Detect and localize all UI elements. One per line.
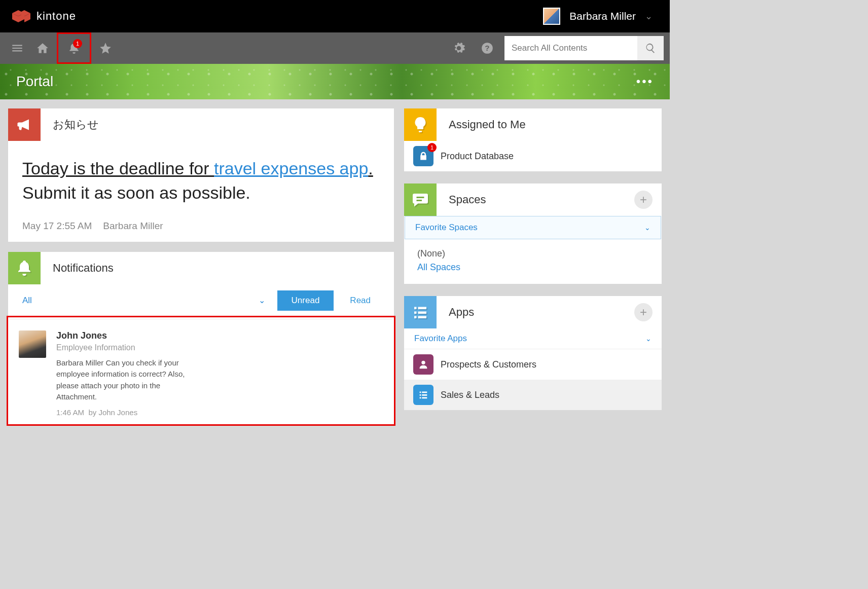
- assigned-item-product-database[interactable]: 1 Product Database: [404, 141, 662, 171]
- favorite-apps-dropdown[interactable]: Favorite Apps ⌄: [404, 328, 662, 349]
- brand[interactable]: kintone: [12, 9, 76, 23]
- announcement-headline: Today is the deadline for travel expense…: [22, 155, 380, 182]
- menu-button[interactable]: [6, 37, 28, 59]
- filter-read-tab[interactable]: Read: [339, 290, 382, 311]
- help-button[interactable]: ?: [476, 37, 498, 59]
- announcement-body: Today is the deadline for travel expense…: [8, 141, 394, 203]
- nav-left: 1: [6, 32, 117, 64]
- app-item-sales[interactable]: Sales & Leads: [404, 380, 662, 410]
- spaces-widget: Spaces + Favorite Spaces ⌄ (None) All Sp…: [404, 183, 662, 284]
- notification-text: Barbara Miller Can you check if your emp…: [56, 357, 192, 403]
- banner-more-button[interactable]: •••: [636, 75, 654, 89]
- add-app-button[interactable]: +: [634, 303, 653, 321]
- user-name: Barbara Miller: [569, 10, 636, 22]
- avatar: [543, 8, 560, 25]
- app-icon: [413, 354, 433, 375]
- svg-text:?: ?: [485, 44, 489, 52]
- notification-time: 1:46 AM by John Jones: [56, 408, 192, 417]
- avatar: [19, 330, 46, 358]
- spaces-title: Spaces: [437, 193, 634, 206]
- notifications-title: Notifications: [41, 262, 394, 275]
- filter-all[interactable]: All: [22, 296, 254, 306]
- dropdown-label: Favorite Spaces: [415, 223, 478, 233]
- right-column: Assigned to Me 1 Product Database Spaces…: [404, 108, 662, 410]
- megaphone-icon: [8, 108, 41, 141]
- search-icon: [645, 43, 656, 54]
- bell-widget-icon: [8, 252, 41, 284]
- notification-content: John Jones Employee Information Barbara …: [56, 330, 192, 417]
- topbar: kintone Barbara Miller ⌄: [0, 0, 670, 32]
- chevron-down-icon: ⌄: [644, 224, 650, 232]
- svg-point-2: [421, 361, 425, 364]
- notifications-button-highlighted[interactable]: 1: [57, 32, 91, 64]
- app-icon: [413, 385, 433, 405]
- spaces-header: Spaces +: [404, 183, 662, 216]
- left-column: お知らせ Today is the deadline for travel ex…: [8, 108, 394, 426]
- favorites-button[interactable]: [94, 37, 117, 59]
- gear-icon: [452, 42, 465, 55]
- announcement-author: Barbara Miller: [103, 220, 163, 232]
- nav-right: ?: [448, 36, 664, 60]
- chevron-down-icon: ⌄: [645, 11, 653, 22]
- notification-item[interactable]: John Jones Employee Information Barbara …: [10, 319, 392, 423]
- assigned-header: Assigned to Me: [404, 108, 662, 141]
- notification-sender: John Jones: [56, 330, 192, 341]
- spaces-body: (None) All Spaces: [404, 239, 662, 284]
- apps-title: Apps: [437, 306, 634, 319]
- assigned-widget: Assigned to Me 1 Product Database: [404, 108, 662, 171]
- app-item-label: Sales & Leads: [441, 390, 499, 400]
- apps-widget: Apps + Favorite Apps ⌄ Prospects & Custo…: [404, 296, 662, 410]
- lightbulb-icon: [404, 108, 437, 141]
- list-icon: [418, 389, 429, 400]
- announcement-widget: お知らせ Today is the deadline for travel ex…: [8, 108, 394, 242]
- page-title: Portal: [16, 73, 53, 90]
- search: [504, 36, 664, 60]
- favorite-spaces-dropdown[interactable]: Favorite Spaces ⌄: [405, 216, 661, 239]
- navbar: 1 ?: [0, 32, 670, 64]
- lock-icon: [418, 151, 428, 161]
- travel-expenses-link[interactable]: travel expenses app: [214, 159, 368, 178]
- apps-header: Apps +: [404, 296, 662, 328]
- person-icon: [418, 359, 429, 370]
- notification-item-highlighted: John Jones Employee Information Barbara …: [7, 316, 395, 426]
- notification-source: Employee Information: [56, 343, 192, 352]
- announcement-header: お知らせ: [8, 108, 394, 141]
- speech-bubble-icon: [404, 183, 437, 216]
- hamburger-icon: [11, 42, 24, 55]
- announcement-meta: May 17 2:55 AM Barbara Miller: [8, 203, 394, 242]
- main: お知らせ Today is the deadline for travel ex…: [0, 99, 670, 435]
- chevron-down-icon: ⌄: [645, 335, 652, 343]
- user-menu[interactable]: Barbara Miller ⌄: [543, 8, 658, 25]
- star-icon: [99, 42, 112, 55]
- announcement-title: お知らせ: [41, 117, 394, 132]
- assigned-item-label: Product Database: [441, 151, 514, 162]
- kintone-logo-icon: [12, 9, 30, 23]
- spaces-none: (None): [417, 248, 648, 259]
- app-badge: 1: [427, 143, 437, 152]
- announcement-timestamp: May 17 2:55 AM: [22, 220, 92, 232]
- filter-unread-tab[interactable]: Unread: [277, 290, 334, 311]
- all-spaces-link[interactable]: All Spaces: [417, 262, 648, 273]
- app-icon: 1: [413, 146, 433, 166]
- portal-banner: Portal •••: [0, 64, 670, 99]
- search-input[interactable]: [504, 36, 637, 60]
- app-item-prospects[interactable]: Prospects & Customers: [404, 349, 662, 380]
- notifications-header: Notifications: [8, 252, 394, 284]
- announcement-subline: Submit it as soon as possible.: [22, 183, 380, 203]
- bell-badge: 1: [73, 39, 82, 48]
- assigned-title: Assigned to Me: [437, 118, 662, 131]
- home-icon: [36, 42, 49, 55]
- add-space-button[interactable]: +: [634, 191, 653, 209]
- headline-suffix: .: [368, 159, 373, 178]
- search-button[interactable]: [637, 36, 664, 60]
- notifications-widget: Notifications All ⌄ Unread Read John Jon…: [8, 252, 394, 426]
- list-widget-icon: [404, 296, 437, 328]
- settings-button[interactable]: [448, 37, 470, 59]
- dropdown-label: Favorite Apps: [414, 334, 467, 344]
- home-button[interactable]: [31, 37, 54, 59]
- chevron-down-icon[interactable]: ⌄: [259, 296, 265, 305]
- notifications-filter-bar: All ⌄ Unread Read: [8, 284, 394, 316]
- app-item-label: Prospects & Customers: [441, 359, 536, 370]
- brand-name: kintone: [37, 10, 76, 23]
- help-icon: ?: [481, 42, 494, 55]
